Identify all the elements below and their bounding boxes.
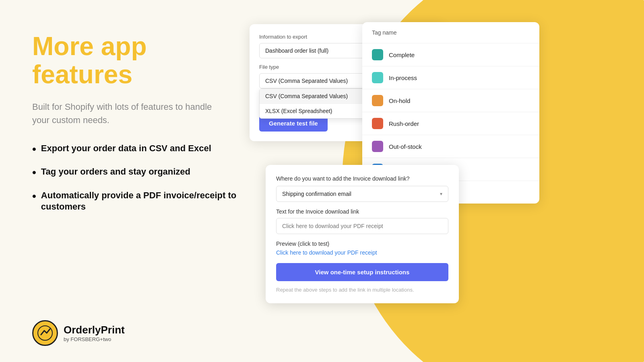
tag-dot-inprocess xyxy=(372,72,383,83)
feature-list: Export your order data in CSV and Excel … xyxy=(32,143,242,213)
tag-dot-onhold xyxy=(372,95,383,106)
tag-label-inprocess: In-process xyxy=(389,74,417,81)
feature-item-1: Export your order data in CSV and Excel xyxy=(32,143,242,156)
tag-item-outofstock[interactable]: Out-of-stock xyxy=(362,135,539,158)
invoice-text-label: Text for the Invoice download link xyxy=(276,208,448,215)
repeat-text: Repeat the above steps to add the link i… xyxy=(276,287,448,293)
logo-name: OrderlyPrint xyxy=(64,324,125,336)
svg-point-0 xyxy=(38,326,52,340)
tag-dot-complete xyxy=(372,49,383,60)
tag-item-complete[interactable]: Complete xyxy=(362,43,539,66)
invoice-select-dropdown[interactable]: Shipping confirmation email ▾ xyxy=(276,186,448,202)
invoice-select-value: Shipping confirmation email xyxy=(282,191,351,197)
feature-item-3: Automatically provide a PDF invoice/rece… xyxy=(32,190,242,213)
tag-item-rush[interactable]: Rush-order xyxy=(362,112,539,135)
tag-item-inprocess[interactable]: In-process xyxy=(362,66,539,89)
invoice-text-input[interactable] xyxy=(276,218,448,234)
hero-title: More app features xyxy=(32,32,242,89)
invoice-select-label: Where do you want to add the Invoice dow… xyxy=(276,175,448,182)
logo-svg xyxy=(37,325,53,341)
tag-dot-outofstock xyxy=(372,141,383,152)
logo-subtitle: by FORSBERG+two xyxy=(64,336,125,342)
tag-label-complete: Complete xyxy=(389,51,415,58)
setup-button[interactable]: View one-time setup instructions xyxy=(276,263,448,281)
feature-item-2: Tag your orders and stay organized xyxy=(32,166,242,180)
tag-label-outofstock: Out-of-stock xyxy=(389,143,422,150)
hero-subtitle: Built for Shopify with lots of features … xyxy=(32,100,225,127)
tag-card-header: Tag name xyxy=(362,22,539,43)
logo-area: OrderlyPrint by FORSBERG+two xyxy=(32,320,242,346)
tag-item-onhold[interactable]: On-hold xyxy=(362,89,539,112)
tag-label-onhold: On-hold xyxy=(389,97,410,104)
left-panel: More app features Built for Shopify with… xyxy=(0,0,266,362)
tag-label-rush: Rush-order xyxy=(389,120,419,127)
chevron-down-icon: ▾ xyxy=(440,191,442,197)
logo-text-block: OrderlyPrint by FORSBERG+two xyxy=(64,324,125,342)
preview-link[interactable]: Click here to download your PDF receipt xyxy=(276,249,448,256)
right-panel: Information to export Dashboard order li… xyxy=(242,0,644,362)
logo-icon xyxy=(32,320,58,346)
preview-label: Preview (click to test) xyxy=(276,241,448,247)
invoice-card: Where do you want to add the Invoice dow… xyxy=(266,165,459,303)
tag-dot-rush xyxy=(372,118,383,129)
